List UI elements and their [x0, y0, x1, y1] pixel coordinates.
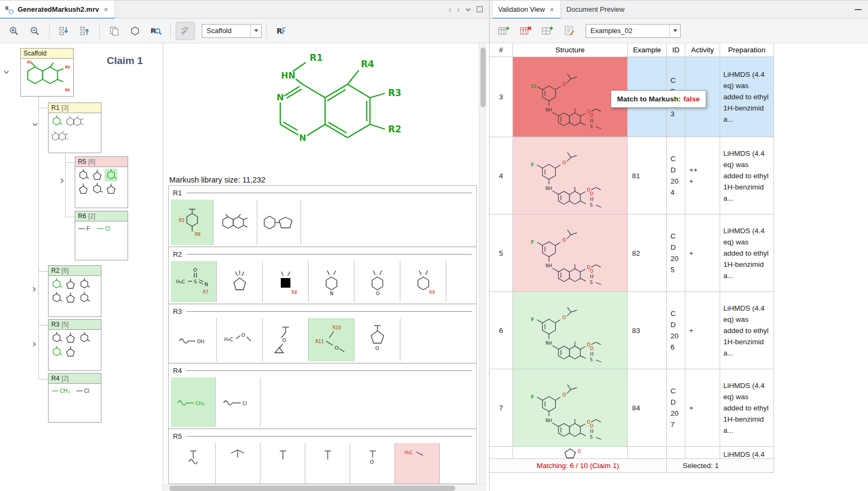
cell-structure: O — [513, 447, 628, 459]
structure-sketch — [180, 447, 207, 484]
tab-generated-markush[interactable]: R GeneratedMarkush2.mrv × — [0, 1, 115, 18]
tree-connector — [38, 325, 48, 326]
r3-definition-row: OH H₃C O — [169, 316, 476, 363]
cell-preparation: LiHMDS (4.4 eq) was added to ethyl 1H-be… — [720, 57, 774, 137]
expand-r2-icon[interactable] — [32, 286, 36, 292]
minimize-button[interactable] — [855, 9, 862, 10]
rgroup-order-up-button[interactable] — [75, 22, 94, 40]
r3-definition-1[interactable]: OH — [171, 318, 217, 361]
rgroup-definition-button[interactable]: R — [272, 22, 291, 40]
r2-definition-3[interactable]: R8 — [263, 261, 309, 302]
tab-document-preview[interactable]: Document Preview — [561, 1, 630, 18]
cell-num: 3 — [490, 57, 513, 137]
zoom-out-button[interactable] — [25, 22, 44, 40]
vertical-scrollbar-thumb[interactable] — [480, 47, 486, 107]
cell-preparation: LiHMDS (4.4 eq) was added to ethyl 1H-be… — [720, 369, 774, 447]
r5-definition-1[interactable] — [171, 443, 216, 484]
svg-text:NH: NH — [545, 418, 552, 423]
tree-node-r2[interactable]: R2 [6] — [48, 265, 101, 317]
r1-definition-3[interactable] — [257, 200, 301, 245]
example-structure: Cl O NH O S O — [521, 64, 620, 131]
expand-r3-icon[interactable] — [32, 341, 36, 347]
structure-sketch: R9 — [410, 266, 437, 297]
tree-node-scaffold[interactable]: Scaffold R1 R3 R2 — [20, 48, 74, 97]
rgroup-search-button[interactable]: R — [146, 22, 165, 40]
expand-r5-icon[interactable] — [60, 178, 64, 184]
selected-status: Selected: 1 — [667, 459, 774, 472]
table-row-7[interactable]: 7 F O NH O S O 84 C D 20 7 + LiHMDS (4.4… — [490, 369, 774, 447]
r5-definition-3[interactable] — [261, 443, 305, 484]
svg-text:O: O — [578, 449, 581, 454]
rgroup-thumb — [77, 183, 90, 195]
tree-node-label: R6 — [78, 211, 86, 221]
table-row-4[interactable]: 4 F O NH O S O 81 C D 20 4 ++ + LiHMDS (… — [490, 137, 774, 215]
collapse-root-icon[interactable] — [3, 70, 10, 74]
examples-combobox[interactable]: Examples_02 — [586, 24, 681, 38]
validation-toolbar: Examples_02 — [490, 19, 868, 43]
tab-title: Document Preview — [566, 5, 625, 13]
rgroup-search-icon: R — [150, 26, 162, 36]
maximize-pane-button[interactable] — [477, 6, 483, 12]
r1-definition-1-matched[interactable]: R5 R6 — [171, 200, 214, 245]
zoom-in-button[interactable] — [4, 22, 23, 40]
r2-definition-row: H₃C S O N R7 — [169, 259, 476, 304]
tree-node-r3[interactable]: R3 [5] — [48, 319, 101, 371]
add-column-button[interactable] — [538, 22, 558, 40]
table-row-8-partial[interactable]: O LiHMDS (4.4 — [490, 447, 774, 459]
tooltip-label: Match to Markush: — [617, 95, 681, 103]
r5-definition-2[interactable] — [216, 443, 261, 484]
tree-node-r4[interactable]: R4 [2] CH₃ Cl — [48, 373, 101, 423]
horizontal-scrollbar-thumb[interactable] — [169, 486, 455, 491]
structure-sketch: R8 — [272, 266, 299, 297]
rgroup-thumb-ch3-matched: CH₃ — [52, 388, 70, 394]
r5-definition-5[interactable]: O — [350, 443, 395, 484]
r5-definition-6-mismatch[interactable]: H₃C — [395, 443, 440, 484]
header-structure: Structure — [513, 43, 628, 57]
r3-definition-4-matched[interactable]: R10 R11 O — [309, 318, 354, 361]
cell-num: 6 — [490, 292, 513, 369]
svg-text:O: O — [589, 112, 593, 117]
rgroup-order-down-button[interactable] — [54, 22, 74, 40]
cell-example: 81 — [628, 137, 667, 215]
svg-text:F: F — [531, 240, 534, 245]
r2-definition-2[interactable] — [217, 261, 263, 302]
scaffold-structure[interactable]: HN R1 R4 R3 R2 N N — [239, 49, 420, 154]
tab-close-icon[interactable]: × — [102, 5, 109, 14]
mismatch-filter-button[interactable] — [176, 22, 195, 40]
left-tab-bar: R GeneratedMarkush2.mrv × ‹ › — [0, 1, 489, 19]
combo-chevron-icon — [669, 25, 680, 37]
r1-definition-2[interactable] — [214, 200, 257, 245]
copy-structure-button[interactable] — [105, 22, 124, 40]
r5-definition-4[interactable] — [305, 443, 350, 484]
r3-definition-5[interactable]: O — [354, 318, 400, 361]
add-view-button[interactable] — [494, 22, 514, 40]
table-row-5[interactable]: 5 F O NH O S O 82 C D 20 5 + LiHMDS (4.4… — [490, 215, 774, 292]
tree-node-r6[interactable]: R6 [2] F Cl — [75, 211, 128, 260]
markush-editor-pane: R GeneratedMarkush2.mrv × ‹ › — [0, 1, 489, 491]
scaffold-mode-combobox[interactable]: Scaffold — [202, 24, 262, 38]
tab-list-button[interactable] — [465, 7, 471, 12]
r2-definition-1-matched[interactable]: H₃C S O N R7 — [171, 261, 217, 302]
tree-node-r1[interactable]: R1 [3] — [48, 102, 101, 153]
r3-definition-3[interactable]: O — [263, 318, 309, 361]
tab-close-icon[interactable]: × — [549, 5, 555, 14]
tree-node-label: R3 — [51, 320, 59, 329]
rgroup-thumb — [64, 278, 77, 290]
r2-definition-4[interactable]: N — [309, 261, 354, 302]
edit-form-button[interactable] — [559, 22, 580, 40]
nav-back-button[interactable]: ‹ — [448, 5, 451, 14]
scaffold-r3-label: R3 — [388, 88, 401, 98]
collapse-r1-icon[interactable] — [32, 122, 38, 126]
remove-view-button[interactable] — [516, 22, 536, 40]
r4-definition-2[interactable]: Cl — [216, 377, 261, 427]
cell-structure-mismatch: F O NH O S O — [513, 215, 628, 292]
edit-scaffold-button[interactable] — [125, 22, 145, 40]
tree-node-r5[interactable]: R5 [6] — [75, 156, 128, 208]
r2-definition-5[interactable]: O — [354, 261, 400, 302]
tab-validation-view[interactable]: Validation View × — [493, 1, 561, 18]
r4-definition-1-matched[interactable]: CH₃ — [171, 377, 216, 427]
r3-definition-2[interactable]: H₃C O — [217, 318, 263, 361]
nav-forward-button[interactable]: › — [457, 5, 460, 14]
r2-definition-6[interactable]: R9 — [400, 261, 446, 302]
table-row-6[interactable]: 6 F O NH O S O 83 C D 20 6 + LiHMDS (4.4… — [490, 292, 774, 369]
